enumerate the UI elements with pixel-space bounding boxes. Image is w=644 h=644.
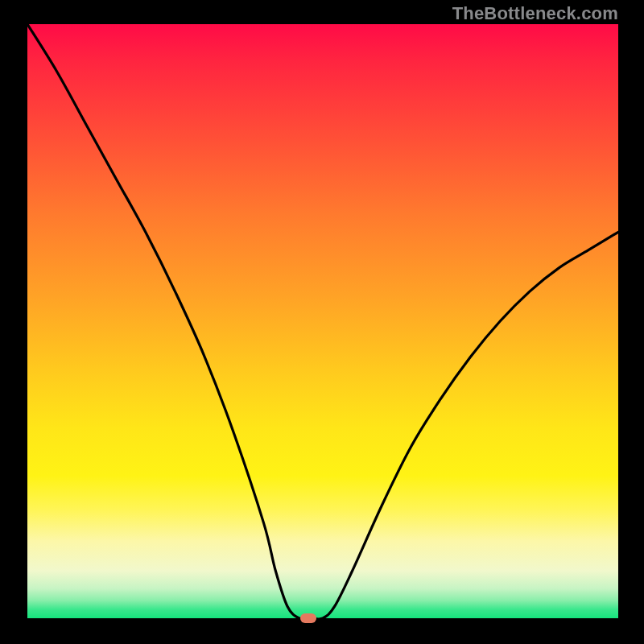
curve-path <box>27 24 618 618</box>
plot-area <box>27 24 618 618</box>
watermark-text: TheBottleneck.com <box>452 3 618 24</box>
chart-frame: TheBottleneck.com <box>0 0 644 644</box>
bottleneck-curve <box>27 24 618 618</box>
optimal-marker <box>300 613 316 623</box>
